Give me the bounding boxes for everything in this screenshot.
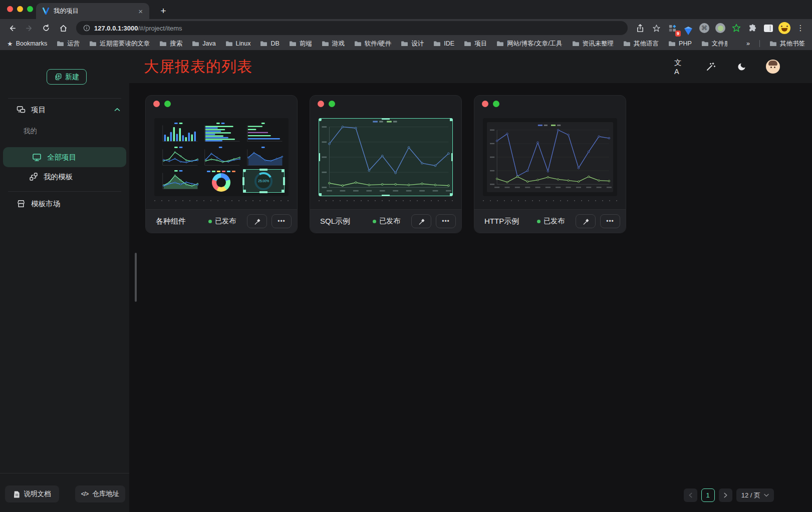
side-panel-icon[interactable] [762,22,775,35]
bookmark-folder[interactable]: 项目 [464,40,487,48]
dotted-divider [154,200,289,201]
bookmark-folder[interactable]: 软件/硬件 [354,40,391,48]
extensions-puzzle-icon[interactable] [746,22,759,35]
magic-wand-icon[interactable] [705,61,717,73]
new-tab-button[interactable]: + [156,4,170,18]
extension-record-icon[interactable] [714,22,727,35]
sidebar-item-label: 全部项目 [47,153,76,162]
page-number-button[interactable]: 1 [701,488,715,502]
bookmark-folder[interactable]: PHP [668,40,692,48]
project-card[interactable]: SQL示例已发布••• [310,95,462,233]
bookmark-folder-label: 游戏 [332,40,345,48]
bookmark-folder[interactable]: 前端 [289,40,312,48]
project-card[interactable]: HTTP示例已发布••• [474,95,626,233]
bookmarks-overflow-button[interactable]: » [746,40,750,47]
bookmarks-manager[interactable]: ★ Bookmarks [7,40,47,48]
status-label: 已发布 [544,217,565,226]
repo-button[interactable]: </> 仓库地址 [75,485,125,502]
browser-tab[interactable]: 我的项目 × [36,3,149,19]
bookmark-folder[interactable]: 网站/博客/文章/工具 [496,40,562,48]
window-controls[interactable] [7,6,33,12]
project-card[interactable]: 25.00%各种组件已发布••• [145,95,298,233]
more-button[interactable]: ••• [600,214,620,228]
bookmark-folder[interactable]: 其他语言 [623,40,659,48]
language-toggle-icon[interactable]: 文A [674,61,686,73]
bookmark-star-button[interactable] [650,22,663,35]
page-size-select[interactable]: 12 / 页 [736,488,774,502]
sidebar-group-project[interactable]: 项目 [0,100,129,119]
extension-command-icon[interactable]: ⌘ [698,22,711,35]
back-button[interactable] [5,21,19,35]
chevron-up-icon[interactable] [114,108,120,112]
bookmark-folder[interactable]: 资讯未整理 [572,40,614,48]
bookmark-folder[interactable]: 运营 [57,40,80,48]
reload-button[interactable] [39,21,53,35]
more-button[interactable]: ••• [436,214,456,228]
share-button[interactable] [634,22,647,35]
sidebar-sublabel-text: 我的 [24,127,37,136]
window-close-button[interactable] [7,6,13,12]
next-page-button[interactable] [719,488,732,502]
sidebar-item-my-templates[interactable]: 我的模板 [0,167,129,186]
edit-button[interactable] [576,214,596,228]
folder-icon [572,41,580,47]
edit-button[interactable] [411,214,431,228]
project-thumbnail[interactable]: 25.00% [154,118,289,196]
bookmark-folder-label: IDE [444,40,454,47]
hammer-icon [253,218,261,225]
sidebar-item-all-projects[interactable]: 全部项目 [3,147,126,167]
extension-gem-icon[interactable] [682,22,695,35]
donut-legend [207,171,235,172]
selection-overlay[interactable] [319,118,453,196]
project-thumbnail[interactable] [319,118,453,196]
docs-button[interactable]: 说明文档 [5,485,59,502]
sidebar-item-template-market[interactable]: 模板市场 [0,194,129,213]
url-bar[interactable]: 127.0.0.1:3000/#/project/items [76,21,628,35]
browser-menu-icon[interactable]: ⋮ [794,22,807,35]
bookmark-folder[interactable]: 搜索 [159,40,182,48]
folder-icon [57,41,64,47]
card-window-dots [153,101,171,107]
bookmark-folder[interactable]: DB [260,40,279,48]
project-thumbnail[interactable] [483,118,617,196]
bookmark-folder[interactable]: 文件服务器 [701,40,727,48]
bookmark-folder[interactable]: Linux [225,40,251,48]
bookmark-folder[interactable]: 设计 [401,40,424,48]
prev-page-button[interactable] [684,488,697,502]
home-button[interactable] [56,21,70,35]
tab-close-icon[interactable]: × [137,7,144,16]
other-bookmarks-button[interactable]: 其他书签 [769,40,805,48]
extension-grid-icon[interactable]: 9 [666,22,679,35]
site-info-icon[interactable] [83,25,90,32]
green-dot-icon [329,101,335,107]
scrollbar-thumb[interactable] [135,253,137,302]
card-footer: HTTP示例已发布••• [474,209,626,233]
bookmark-folder[interactable]: IDE [433,40,454,48]
main-content: 大屏报表的列表 文A 25.00%各种组件已发布•••SQL示例已发布•••HT… [129,50,812,512]
mini-chart [201,122,241,145]
create-new-button[interactable]: 新建 [47,69,87,85]
dark-mode-moon-icon[interactable] [735,61,747,73]
command-glyph: ⌘ [701,25,707,32]
window-zoom-button[interactable] [27,6,33,12]
bookmark-folder-label: 运营 [67,40,80,48]
edit-button[interactable] [247,214,267,228]
more-button[interactable]: ••• [272,214,292,228]
sidebar: 新建 项目 我的 全部项目 [0,50,129,512]
user-avatar[interactable] [766,60,780,74]
bookmark-folder[interactable]: Java [192,40,215,48]
folder-icon [769,41,777,47]
bookmark-folder[interactable]: 游戏 [322,40,345,48]
profile-avatar[interactable] [778,22,791,35]
bookmark-folder-label: Java [202,40,215,47]
status-badge: 已发布 [537,217,565,226]
window-minimize-button[interactable] [17,6,23,12]
mini-chart [243,122,284,145]
green-dot-icon [493,101,499,107]
forward-button[interactable] [22,21,36,35]
star-icon: ★ [7,40,13,48]
bookmark-folder-label: PHP [679,40,692,47]
extension-star-icon[interactable] [730,22,743,35]
status-label: 已发布 [215,217,236,226]
bookmark-folder[interactable]: 近期需要读的文章 [89,40,150,48]
